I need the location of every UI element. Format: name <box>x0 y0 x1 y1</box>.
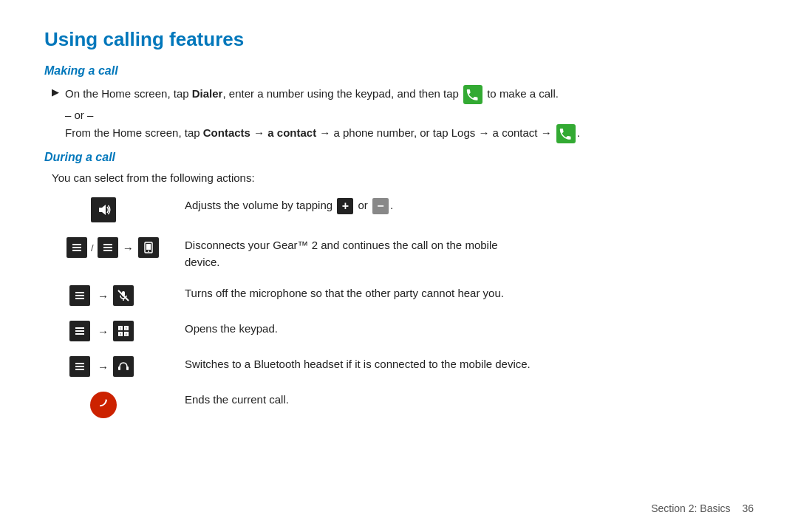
mute-action-row: → Turns off the microphone so that the o… <box>66 285 754 306</box>
during-a-call-heading: During a call <box>44 151 754 164</box>
svg-rect-28 <box>75 366 84 367</box>
arrow-icon-keypad: → <box>98 325 109 338</box>
a-contact-bold: a contact <box>267 126 316 139</box>
making-call-indent: From the Home screen, tap Contacts → a c… <box>65 124 754 143</box>
footer-section: Section 2: Basics <box>651 502 730 514</box>
menu-icon-keypad <box>69 321 90 341</box>
bluetooth-action-text: Switches to a Bluetooth headset if it is… <box>185 356 531 373</box>
call-button-icon <box>463 85 482 104</box>
keypad-grid-icon: 1 2 3 4 <box>113 321 134 341</box>
footer: Section 2: Basics 36 <box>651 502 754 514</box>
disconnect-action-row: / → <box>66 237 754 270</box>
making-call-bullet1: ▶ On the Home screen, tap Dialer, enter … <box>52 85 754 104</box>
page-title: Using calling features <box>44 28 754 51</box>
volume-minus-icon: − <box>372 198 389 214</box>
svg-rect-31 <box>126 366 129 370</box>
svg-point-9 <box>148 250 149 252</box>
svg-rect-10 <box>75 292 84 293</box>
footer-page: 36 <box>742 502 754 514</box>
disconnect-icon-cell: / → <box>66 237 185 258</box>
keypad-icon-cell: → 1 2 3 4 <box>66 321 185 341</box>
svg-rect-5 <box>103 247 112 248</box>
svg-rect-30 <box>118 366 120 370</box>
menu-icon-mute <box>69 285 90 306</box>
svg-rect-3 <box>72 250 81 251</box>
volume-plus-icon: + <box>337 198 353 214</box>
svg-rect-4 <box>103 244 112 245</box>
during-a-call-section: During a call You can select from the fo… <box>44 151 754 418</box>
arrow-icon-mute: → <box>98 290 109 302</box>
svg-rect-29 <box>75 369 84 370</box>
during-intro-text: You can select from the following action… <box>52 171 754 184</box>
svg-rect-27 <box>75 363 84 364</box>
mute-icon-cell: → <box>66 285 185 306</box>
svg-rect-8 <box>146 244 151 250</box>
svg-rect-17 <box>75 330 84 332</box>
phone-transfer-icon <box>138 237 159 258</box>
making-a-call-heading: Making a call <box>44 64 754 78</box>
mute-action-text: Turns off the microphone so that the oth… <box>185 285 504 302</box>
keypad-action-text: Opens the keypad. <box>185 321 278 338</box>
volume-action-row: Adjusts the volume by tapping + or −. <box>66 197 754 222</box>
end-call-action-row: Ends the current call. <box>66 392 754 418</box>
svg-rect-12 <box>75 298 84 299</box>
menu-icon-bluetooth <box>69 356 90 377</box>
end-call-action-text: Ends the current call. <box>185 392 289 409</box>
slash-icon: / <box>91 242 94 253</box>
volume-icon-cell <box>66 197 185 222</box>
making-call-text1: On the Home screen, tap Dialer, enter a … <box>65 85 559 104</box>
end-call-icon-cell <box>66 392 185 418</box>
svg-rect-1 <box>72 244 81 245</box>
svg-rect-6 <box>103 250 112 251</box>
contacts-bold: Contacts <box>203 126 250 139</box>
svg-rect-2 <box>72 247 81 248</box>
bluetooth-icon-cell: → <box>66 356 185 377</box>
menu-icon2-disconnect <box>98 237 118 258</box>
menu-icon-disconnect <box>66 237 87 258</box>
bullet-arrow-icon: ▶ <box>52 86 59 98</box>
or-line: – or – <box>65 109 754 121</box>
mute-mic-icon <box>113 285 134 306</box>
arrow-icon-bluetooth: → <box>98 361 109 373</box>
arrow-icon-disconnect: → <box>123 242 134 254</box>
svg-rect-11 <box>75 295 84 296</box>
bluetooth-action-row: → Switches to a Bluetooth headset if it … <box>66 356 754 377</box>
page-content: Using calling features Making a call ▶ O… <box>0 0 798 455</box>
end-call-icon <box>90 392 117 418</box>
dialer-bold: Dialer <box>192 87 223 100</box>
disconnect-action-text: Disconnects your Gear™ 2 and continues t… <box>185 237 532 270</box>
svg-rect-16 <box>75 327 84 329</box>
action-grid: Adjusts the volume by tapping + or −. <box>66 197 754 418</box>
keypad-action-row: → 1 2 3 4 <box>66 321 754 341</box>
svg-rect-18 <box>75 333 84 335</box>
svg-marker-0 <box>99 205 106 215</box>
volume-action-text: Adjusts the volume by tapping + or −. <box>185 197 393 214</box>
bluetooth-headset-icon <box>113 356 134 377</box>
call-icon-end <box>556 124 576 143</box>
volume-icon <box>91 197 116 222</box>
